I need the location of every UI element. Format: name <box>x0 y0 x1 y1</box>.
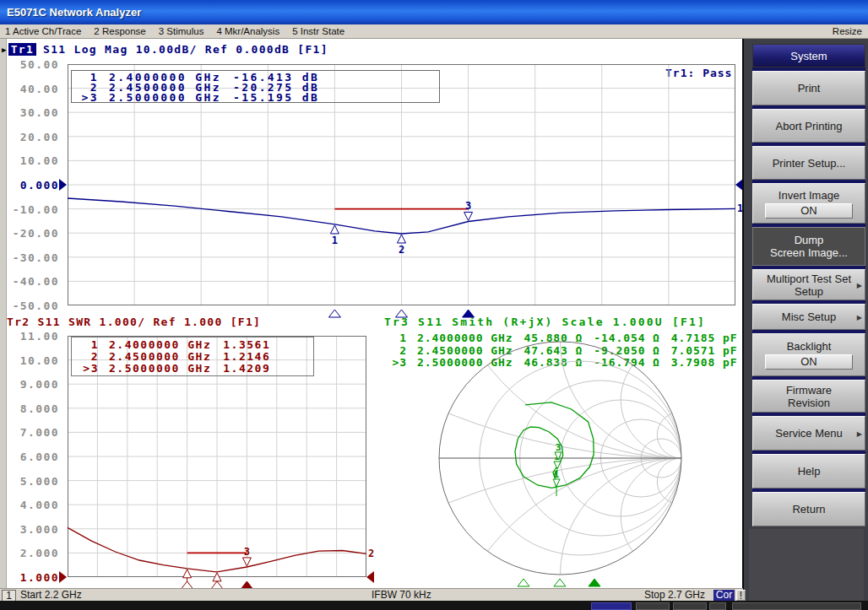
correction-badge: Cor <box>713 590 735 601</box>
softkey-label: Dump <box>795 234 824 246</box>
marker-freq: 2.4500000 GHz <box>109 351 211 363</box>
tr2-header: Tr2 S11 SWR 1.000/ Ref 1.000 [F1] <box>7 316 261 328</box>
softkey-label: Service Menu <box>775 427 842 440</box>
active-trace-arrow-icon: ▶ <box>2 46 8 54</box>
tr1-ref-level-marker-right <box>735 179 742 191</box>
softkey-invert-image[interactable]: Invert ImageON <box>752 183 865 224</box>
y-tick-label: 11.00 <box>8 330 59 342</box>
window-titlebar: E5071C Network Analyzer <box>0 0 868 24</box>
taskbar-cell <box>709 602 726 610</box>
svg-text:2: 2 <box>368 548 374 559</box>
softkey-print[interactable]: Print <box>752 71 865 105</box>
softkey-printer-setup[interactable]: Printer Setup... <box>752 146 865 180</box>
menu-item-2-response[interactable]: 2 Response <box>94 26 145 36</box>
softkey-toggle-state[interactable]: ON <box>765 354 853 370</box>
softkey-label: Print <box>798 82 821 94</box>
softkey-dump-screen-image[interactable]: DumpScreen Image... <box>752 227 865 266</box>
submenu-arrow-icon: ▶ <box>857 429 862 437</box>
y-tick-label: 10.00 <box>8 154 59 166</box>
softkey-misc-setup[interactable]: Misc Setup▶ <box>752 304 865 330</box>
marker-val: 1.2146 <box>223 351 270 363</box>
tr1-marker-table: 12.4000000 GHz-16.413 dB22.4500000 GHz-2… <box>71 70 440 103</box>
ifbw-readout: IFBW 70 kHz <box>372 589 431 601</box>
softkey-empty-panel <box>749 529 864 602</box>
softkey-firmware-revision[interactable]: FirmwareRevision <box>752 380 865 413</box>
taskbar-strip <box>0 601 868 610</box>
marker-n: 2 <box>77 351 99 363</box>
softkey-label: Invert Image <box>778 189 839 202</box>
tr1-header: ▶ Tr1 S11 Log Mag 10.00dB/ Ref 0.000dB [… <box>2 43 328 56</box>
softkey-backlight[interactable]: BacklightON <box>752 333 865 376</box>
y-tick-label: 50.00 <box>8 58 59 70</box>
softkey-label: Abort Printing <box>776 120 843 132</box>
softkey-label: Setup <box>795 285 823 298</box>
marker-n: 1 <box>385 332 407 345</box>
softkey-label: Return <box>792 503 825 516</box>
softkey-label: Printer Setup... <box>773 157 846 170</box>
y-tick-label: 4.000 <box>8 499 59 510</box>
y-tick-label: 30.00 <box>8 106 59 118</box>
softkey-service-menu[interactable]: Service Menu▶ <box>752 416 865 451</box>
y-tick-label: -10.00 <box>8 203 59 215</box>
taskbar-cell <box>636 602 670 610</box>
marker-n: >3 <box>77 93 99 103</box>
y-tick-label: 1.000 <box>8 571 59 583</box>
softkey-label: Firmware <box>786 384 832 397</box>
y-tick-label: 40.00 <box>8 83 59 94</box>
svg-text:1: 1 <box>332 235 338 246</box>
svg-text:3: 3 <box>244 546 250 558</box>
submenu-arrow-icon: ▶ <box>857 281 862 289</box>
softkey-toggle-state[interactable]: ON <box>765 203 853 219</box>
measurement-display: ▶ Tr1 S11 Log Mag 10.00dB/ Ref 0.000dB [… <box>0 39 742 588</box>
tr1-ref-level-marker-left[interactable] <box>59 179 67 191</box>
marker-n: >3 <box>77 363 99 375</box>
marker-row: >32.5000000 GHz1.4209 <box>77 363 313 375</box>
marker-row: 22.4500000 GHz1.2146 <box>77 351 313 363</box>
tr2-marker-table: 12.4000000 GHz1.356122.4500000 GHz1.2146… <box>71 337 314 376</box>
menu-resize[interactable]: Resize <box>833 26 868 36</box>
channel-badge: 1 <box>2 590 16 602</box>
tr1-header-text: S11 Log Mag 10.00dB/ Ref 0.000dB [F1] <box>43 43 328 56</box>
softkey-label: Help <box>798 465 821 478</box>
y-tick-label: 6.000 <box>8 451 59 462</box>
menu-item-4-mkr-analysis[interactable]: 4 Mkr/Analysis <box>216 26 279 36</box>
softkey-sidebar: SystemPrintAbort PrintingPrinter Setup..… <box>742 39 868 601</box>
y-tick-label: 8.000 <box>8 402 59 414</box>
softkey-label: Screen Image... <box>770 246 848 259</box>
window-title: E5071C Network Analyzer <box>7 6 141 19</box>
softkey-return[interactable]: Return <box>752 492 865 526</box>
tr1-chip[interactable]: Tr1 <box>8 43 36 56</box>
smith-chart[interactable]: 123 <box>431 333 742 588</box>
tr2-ref-level-marker-left[interactable] <box>59 571 67 583</box>
tr3-header: Tr3 S11 Smith (R+jX) Scale 1.000U [F1] <box>384 316 706 328</box>
menu-item-5-instr-state[interactable]: 5 Instr State <box>292 26 344 36</box>
status-bar: 1 Start 2.2 GHz IFBW 70 kHz Stop 2.7 GHz… <box>0 588 743 601</box>
y-tick-label: 2.000 <box>8 547 59 559</box>
instrument-screen: E5071C Network Analyzer 1 Active Ch/Trac… <box>0 0 868 610</box>
softkey-help[interactable]: Help <box>752 454 865 489</box>
y-tick-label: -20.00 <box>8 227 59 239</box>
svg-text:3: 3 <box>465 200 471 212</box>
marker-n: 2 <box>385 345 407 358</box>
softkey-abort-printing[interactable]: Abort Printing <box>752 109 865 143</box>
softkey-multiport-test-set-setup[interactable]: Multiport Test SetSetup▶ <box>752 269 865 300</box>
taskbar-cell <box>673 602 707 610</box>
menu-item-3-stimulus[interactable]: 3 Stimulus <box>159 26 204 36</box>
y-tick-label: 10.00 <box>8 354 59 366</box>
start-frequency: Start 2.2 GHz <box>20 589 82 601</box>
submenu-arrow-icon: ▶ <box>857 313 862 321</box>
softkey-system[interactable]: System <box>752 44 865 67</box>
softkey-label: System <box>790 50 827 62</box>
marker-val: 1.4209 <box>223 363 270 375</box>
marker-n: >3 <box>385 357 407 370</box>
y-tick-label: -30.00 <box>8 251 59 263</box>
y-tick-label: 7.000 <box>8 426 59 438</box>
softkey-label: Multiport Test Set <box>767 273 851 285</box>
y-tick-label: 9.000 <box>8 378 59 390</box>
taskbar-cell <box>732 602 861 610</box>
menu-item-1-active-ch-trace[interactable]: 1 Active Ch/Trace <box>5 26 81 36</box>
svg-text:1: 1 <box>554 469 560 480</box>
svg-text:2: 2 <box>399 244 404 256</box>
stop-frequency: Stop 2.7 GHz <box>644 589 705 601</box>
menu-items: 1 Active Ch/Trace2 Response3 Stimulus4 M… <box>0 26 833 36</box>
